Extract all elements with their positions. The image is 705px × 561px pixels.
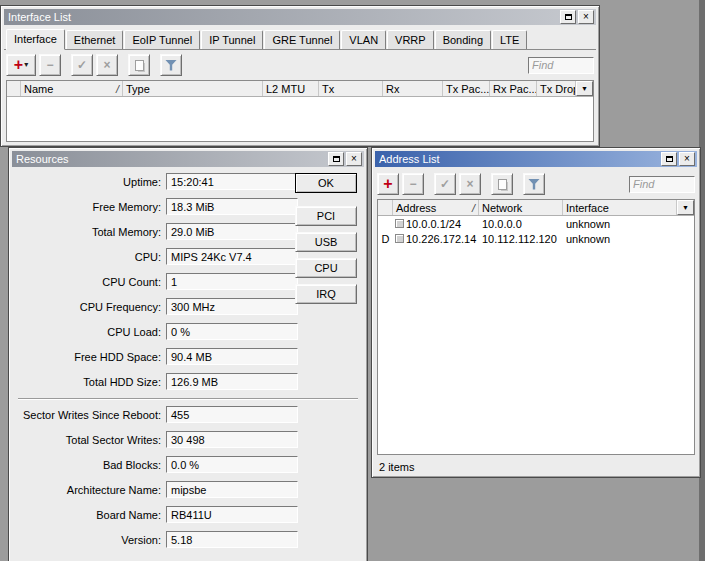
field-value: 455	[166, 406, 298, 423]
address-row[interactable]: D 10.226.172.14 10.112.112.120 unknown	[378, 231, 694, 246]
interface-table-body[interactable]	[7, 97, 593, 141]
filter-button[interactable]	[523, 173, 545, 195]
address-table-header: Address / Network Interface ▼	[378, 200, 694, 216]
window-title: Interface List	[8, 11, 558, 23]
flag-column-header[interactable]	[7, 81, 21, 96]
find-input[interactable]	[528, 57, 594, 74]
interface-table-header: Name / Type L2 MTU Tx Rx Tx Pac... Rx Pa…	[7, 81, 593, 97]
add-button[interactable]: + ▾	[6, 54, 36, 76]
interface-list-window: Interface List × Interface Ethernet EoIP…	[0, 5, 600, 147]
column-header-tx-packets[interactable]: Tx Pac...	[443, 81, 490, 96]
remove-icon: −	[409, 178, 416, 190]
column-header-rx-packets[interactable]: Rx Pac...	[490, 81, 537, 96]
resources-titlebar[interactable]: Resources ×	[12, 151, 364, 167]
field-value: 0.0 %	[166, 456, 298, 473]
field-row-board-name: Board Name: RB411U	[18, 506, 364, 523]
section-divider	[18, 398, 358, 400]
cross-icon: ×	[103, 59, 110, 71]
filter-button[interactable]	[160, 54, 182, 76]
tab-vlan[interactable]: VLAN	[341, 30, 386, 49]
field-label: CPU:	[18, 251, 166, 263]
add-button[interactable]: +	[377, 173, 399, 195]
close-button[interactable]: ×	[578, 10, 594, 24]
field-value: 1	[166, 273, 298, 290]
column-label: Name	[24, 83, 53, 95]
maximize-button[interactable]	[328, 152, 344, 166]
maximize-button[interactable]	[560, 10, 576, 24]
column-menu-button[interactable]: ▼	[677, 200, 694, 215]
ok-button[interactable]: OK	[295, 173, 357, 193]
add-icon: +	[383, 178, 392, 190]
close-button[interactable]: ×	[346, 152, 362, 166]
remove-button[interactable]: −	[39, 54, 61, 76]
flag-column-header[interactable]	[378, 200, 393, 215]
maximize-icon	[333, 156, 340, 162]
address-row[interactable]: 10.0.0.1/24 10.0.0.0 unknown	[378, 216, 694, 231]
column-header-tx-drops[interactable]: Tx Drops	[537, 81, 576, 96]
column-label: Address	[396, 202, 436, 214]
disable-button[interactable]: ×	[459, 173, 481, 195]
field-label: Free Memory:	[18, 201, 166, 213]
tab-bonding[interactable]: Bonding	[435, 30, 491, 49]
column-header-tx[interactable]: Tx	[319, 81, 383, 96]
pci-button[interactable]: PCI	[295, 206, 357, 226]
close-button[interactable]: ×	[679, 152, 695, 166]
row-flag: D	[378, 233, 393, 245]
tab-ethernet[interactable]: Ethernet	[66, 30, 124, 49]
disable-button[interactable]: ×	[96, 54, 118, 76]
tab-vrrp[interactable]: VRRP	[387, 30, 434, 49]
column-header-type[interactable]: Type	[123, 81, 263, 96]
interface-toolbar: + ▾ − ✓ ×	[4, 50, 596, 80]
remove-button[interactable]: −	[402, 173, 424, 195]
field-value: 300 MHz	[166, 298, 298, 315]
field-value: 126.9 MB	[166, 373, 298, 390]
tab-lte[interactable]: LTE	[492, 30, 527, 49]
network-cell: 10.112.112.120	[479, 233, 563, 245]
tab-strip: Interface Ethernet EoIP Tunnel IP Tunnel…	[4, 27, 596, 50]
comment-button[interactable]	[128, 54, 150, 76]
field-label: Architecture Name:	[18, 484, 166, 496]
sort-indicator: /	[114, 83, 119, 95]
chevron-down-icon: ▾	[24, 61, 28, 69]
tab-eoip-tunnel[interactable]: EoIP Tunnel	[124, 30, 200, 49]
tab-ip-tunnel[interactable]: IP Tunnel	[201, 30, 263, 49]
interface-cell: unknown	[563, 233, 694, 245]
address-cell: 10.0.0.1/24	[393, 218, 479, 230]
usb-button[interactable]: USB	[295, 232, 357, 252]
tab-interface[interactable]: Interface	[6, 29, 65, 50]
address-table-body[interactable]: 10.0.0.1/24 10.0.0.0 unknown D 10.226.17…	[378, 216, 694, 454]
address-text: 10.0.0.1/24	[406, 218, 461, 230]
window-title: Address List	[379, 153, 659, 165]
interface-table: Name / Type L2 MTU Tx Rx Tx Pac... Rx Pa…	[6, 80, 594, 142]
field-value: 30 498	[166, 431, 298, 448]
chevron-down-icon: ▼	[682, 204, 689, 211]
column-header-rx[interactable]: Rx	[383, 81, 443, 96]
comment-button[interactable]	[491, 173, 513, 195]
column-header-address[interactable]: Address /	[393, 200, 479, 215]
enable-button[interactable]: ✓	[71, 54, 93, 76]
column-header-interface[interactable]: Interface	[563, 200, 677, 215]
enable-button[interactable]: ✓	[434, 173, 456, 195]
field-value: 18.3 MiB	[166, 198, 298, 215]
column-header-network[interactable]: Network	[479, 200, 563, 215]
column-menu-button[interactable]: ▼	[576, 81, 593, 96]
address-toolbar: + − ✓ ×	[375, 169, 697, 199]
maximize-icon	[565, 14, 572, 20]
maximize-button[interactable]	[661, 152, 677, 166]
address-icon	[395, 234, 404, 243]
address-list-titlebar[interactable]: Address List ×	[375, 151, 697, 167]
field-row-version: Version: 5.18	[18, 531, 364, 548]
tab-gre-tunnel[interactable]: GRE Tunnel	[264, 30, 340, 49]
check-icon: ✓	[77, 59, 87, 71]
address-cell: 10.226.172.14	[393, 233, 479, 245]
field-label: CPU Count:	[18, 276, 166, 288]
interface-list-titlebar[interactable]: Interface List ×	[4, 9, 596, 25]
address-list-window: Address List × + − ✓ × Address	[371, 147, 701, 478]
cpu-button[interactable]: CPU	[295, 258, 357, 278]
find-input[interactable]	[629, 176, 695, 193]
column-header-l2mtu[interactable]: L2 MTU	[263, 81, 319, 96]
column-header-name[interactable]: Name /	[21, 81, 123, 96]
irq-button[interactable]: IRQ	[295, 284, 357, 304]
resources-buttons: OK PCI USB CPU IRQ	[295, 173, 357, 310]
field-row-bad-blocks: Bad Blocks: 0.0 %	[18, 456, 364, 473]
